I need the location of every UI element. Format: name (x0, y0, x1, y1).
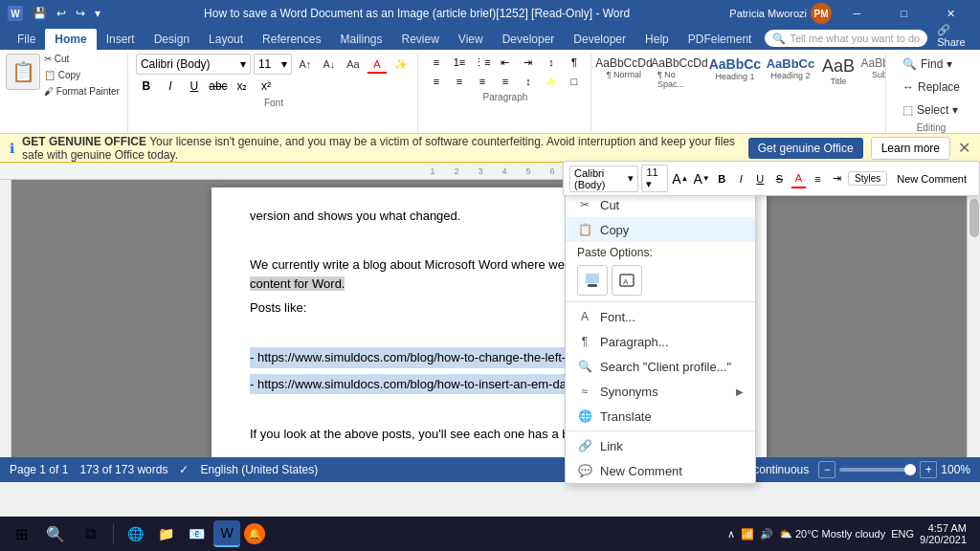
learn-more-button[interactable]: Learn more (871, 137, 950, 160)
mini-italic-button[interactable]: I (733, 169, 749, 188)
zoom-slider[interactable] (839, 468, 916, 472)
zoom-in-button[interactable]: + (920, 461, 937, 478)
replace-button[interactable]: ↔ Replace (894, 77, 969, 98)
paste-merge-format-btn[interactable]: A (612, 265, 642, 296)
undo-qa-btn[interactable]: ↩ (53, 5, 70, 22)
zoom-out-button[interactable]: − (818, 461, 835, 478)
mini-bullets-button[interactable]: ≡ (810, 169, 826, 188)
multilevel-button[interactable]: ⋮≡ (472, 54, 493, 71)
tab-insert[interactable]: Insert (97, 29, 145, 50)
fill-color-button[interactable]: A (541, 73, 562, 90)
scroll-thumb[interactable] (969, 199, 979, 237)
word-taskbar-icon[interactable]: W (213, 520, 240, 547)
decrease-indent-button[interactable]: ⇤ (495, 54, 516, 71)
edge-icon[interactable]: 🌐 (122, 520, 148, 547)
font-size-selector[interactable]: 11 ▾ (254, 54, 292, 75)
tab-help[interactable]: Help (635, 29, 679, 50)
cut-button[interactable]: ✂ Cut (44, 54, 120, 69)
font-face-selector[interactable]: Calibri (Body) ▾ (136, 54, 251, 75)
get-genuine-office-button[interactable]: Get genuine Office (748, 138, 863, 159)
notification-close-button[interactable]: ✕ (958, 139, 970, 157)
ctx-font[interactable]: A Font... (566, 304, 755, 329)
style-heading2[interactable]: AaBbCc Heading 2 (764, 54, 817, 83)
minimize-button[interactable]: ─ (835, 0, 879, 27)
tab-developer1[interactable]: Developer (493, 29, 565, 50)
ctx-new-comment[interactable]: 💬 New Comment (566, 458, 755, 483)
start-button[interactable]: ⊞ (6, 518, 36, 549)
tab-design[interactable]: Design (145, 29, 199, 50)
bullets-button[interactable]: ≡ (426, 54, 447, 71)
notification-taskbar-icon[interactable]: 🔔 (244, 523, 265, 544)
tab-mailings[interactable]: Mailings (330, 29, 391, 50)
mini-bold-button[interactable]: B (714, 169, 730, 188)
tab-file[interactable]: File (8, 29, 45, 50)
font-grow-button[interactable]: A↑ (295, 55, 316, 74)
sort-button[interactable]: ↕ (541, 54, 562, 71)
find-button[interactable]: 🔍 Find ▾ (894, 54, 969, 75)
paste-keep-source-btn[interactable] (577, 265, 608, 296)
mini-new-comment-button[interactable]: New Comment (890, 171, 973, 187)
format-painter-button[interactable]: 🖌 Format Painter (44, 86, 120, 101)
tray-up-arrow[interactable]: ∧ (727, 528, 735, 540)
tab-view[interactable]: View (449, 29, 493, 50)
mini-grow-button[interactable]: A▲ (671, 169, 689, 188)
mini-size-selector[interactable]: 11 ▾ (641, 165, 668, 192)
tab-review[interactable]: Review (391, 29, 448, 50)
subscript-button[interactable]: x₂ (232, 77, 253, 96)
font-highlight-button[interactable]: ✨ (390, 55, 412, 74)
user-avatar[interactable]: PM (811, 3, 832, 24)
show-marks-button[interactable]: ¶ (564, 54, 585, 71)
ctx-search[interactable]: 🔍 Search "Client profile..." (566, 354, 755, 379)
numbering-button[interactable]: 1≡ (449, 54, 470, 71)
italic-button[interactable]: I (160, 77, 181, 96)
ctx-paragraph[interactable]: ¶ Paragraph... (566, 329, 755, 354)
line-spacing-button[interactable]: ↕ (518, 73, 539, 90)
explorer-icon[interactable]: 📁 (152, 520, 179, 547)
mail-icon[interactable]: 📧 (183, 520, 210, 547)
align-right-button[interactable]: ≡ (472, 73, 493, 90)
copy-button[interactable]: 📋 Copy (44, 70, 120, 85)
mini-shrink-button[interactable]: A▼ (692, 169, 710, 188)
font-color-button[interactable]: A (367, 55, 388, 74)
border-button[interactable]: □ (564, 73, 585, 90)
mini-color-button[interactable]: A (791, 169, 807, 188)
font-shrink-button[interactable]: A↓ (319, 55, 340, 74)
mini-font-selector[interactable]: Calibri (Body) ▾ (569, 165, 638, 192)
style-normal[interactable]: AaBbCcDd ¶ Normal (597, 54, 651, 82)
align-center-button[interactable]: ≡ (449, 73, 470, 90)
paste-button[interactable]: 📋 (6, 54, 40, 90)
strikethrough-button[interactable]: abc (208, 77, 229, 96)
tell-me-bar[interactable]: 🔍 Tell me what you want to do (765, 30, 927, 47)
mini-styles-button[interactable]: Styles (848, 171, 887, 186)
bold-button[interactable]: B (136, 77, 157, 96)
font-aa-button[interactable]: Aa (343, 55, 364, 74)
save-qa-btn[interactable]: 💾 (29, 5, 51, 22)
increase-indent-button[interactable]: ⇥ (518, 54, 539, 71)
style-subtitle[interactable]: AaBbCcC Subtitle (859, 54, 886, 82)
tab-developer2[interactable]: Developer (564, 29, 635, 50)
underline-button[interactable]: U (184, 77, 205, 96)
select-button[interactable]: ⬚ Select ▾ (894, 99, 969, 121)
task-view-button[interactable]: ⧉ (75, 518, 105, 549)
vertical-scrollbar[interactable] (967, 180, 980, 457)
share-button[interactable]: 🔗 Share (931, 22, 980, 50)
mini-indent-button[interactable]: ⇥ (829, 169, 845, 188)
mini-strikethrough-button[interactable]: S (771, 169, 788, 188)
style-no-spacing[interactable]: AaBbCcDd ¶ No Spac... (653, 54, 706, 92)
justify-button[interactable]: ≡ (495, 73, 516, 90)
style-title[interactable]: AaB Title (819, 54, 858, 89)
mini-underline-button[interactable]: U (752, 169, 768, 188)
ctx-copy[interactable]: 📋 Copy (566, 217, 755, 242)
superscript-button[interactable]: x² (256, 77, 277, 96)
ctx-translate[interactable]: 🌐 Translate (566, 404, 755, 429)
tab-layout[interactable]: Layout (199, 29, 253, 50)
customqat-btn[interactable]: ▾ (91, 5, 104, 22)
tab-pdfelement[interactable]: PDFelement (679, 29, 762, 50)
maximize-button[interactable]: □ (882, 0, 925, 27)
redo-qa-btn[interactable]: ↪ (72, 5, 89, 22)
ctx-link[interactable]: 🔗 Link (566, 433, 755, 458)
ctx-synonyms[interactable]: ≈ Synonyms ▶ (566, 379, 755, 404)
tab-references[interactable]: References (253, 29, 330, 50)
tab-home[interactable]: Home (45, 29, 96, 50)
style-heading1[interactable]: AaBbCc Heading 1 (708, 54, 762, 84)
